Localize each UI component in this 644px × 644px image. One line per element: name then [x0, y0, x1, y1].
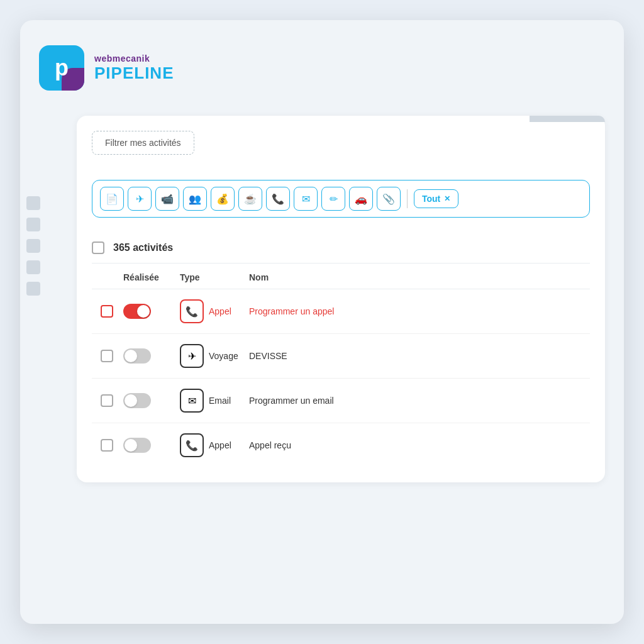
icon-btn-paperclip[interactable]: 📎 — [377, 187, 401, 211]
col-realised: Réalisée — [123, 272, 180, 282]
sidebar-dots — [26, 196, 40, 296]
activities-count: 365 activités — [113, 242, 173, 253]
sidebar-dot-2 — [26, 218, 40, 231]
row-checkbox-1[interactable] — [101, 305, 113, 318]
type-label-2: Voyage — [209, 351, 238, 361]
icon-btn-coffee[interactable]: ☕ — [238, 187, 262, 211]
header: p webmecanik PIPELINE — [39, 39, 605, 97]
brand-pipeline: PIPELINE — [94, 64, 174, 83]
type-label-3: Email — [209, 396, 231, 406]
type-cell-3: ✉ Email — [180, 389, 249, 413]
sidebar-dot-3 — [26, 239, 40, 253]
toggle-knob-1 — [137, 305, 150, 318]
sidebar-dot-1 — [26, 196, 40, 210]
icon-btn-document[interactable]: 📄 — [100, 187, 124, 211]
toggle-4[interactable] — [123, 438, 151, 453]
icon-btn-edit[interactable]: ✏ — [321, 187, 345, 211]
nom-cell-3: Programmer un email — [249, 396, 590, 406]
row-checkbox-3[interactable] — [101, 394, 113, 407]
toggle-1[interactable] — [123, 304, 151, 319]
type-label-4: Appel — [209, 440, 231, 450]
type-icon-4: 📞 — [180, 433, 204, 457]
toggle-3[interactable] — [123, 393, 151, 408]
table-row: 📞 Appel Appel reçu — [92, 423, 590, 467]
type-label-1: Appel — [209, 306, 231, 316]
scrollbar[interactable] — [530, 116, 605, 122]
filter-button[interactable]: Filtrer mes activités — [92, 131, 194, 155]
table-row: ✉ Email Programmer un email — [92, 379, 590, 423]
type-cell-4: 📞 Appel — [180, 433, 249, 457]
icon-filter-bar: 📄 ✈ 📹 👥 💰 ☕ 📞 ✉ ✏ 🚗 📎 Tout ✕ — [92, 180, 590, 218]
brand-name: webmecanik — [94, 53, 174, 64]
type-icon-3: ✉ — [180, 389, 204, 413]
type-icon-1: 📞 — [180, 299, 204, 323]
filter-divider — [407, 189, 408, 208]
type-cell-2: ✈ Voyage — [180, 344, 249, 368]
icon-btn-group[interactable]: 👥 — [183, 187, 207, 211]
sidebar-dot-5 — [26, 282, 40, 296]
icon-btn-email[interactable]: ✉ — [294, 187, 318, 211]
toggle-2[interactable] — [123, 348, 151, 364]
nom-cell-1: Programmer un appel — [249, 306, 590, 316]
nom-cell-4: Appel reçu — [249, 440, 590, 450]
icon-btn-money[interactable]: 💰 — [211, 187, 235, 211]
tout-label: Tout — [422, 194, 440, 204]
toggle-knob-4 — [125, 439, 137, 452]
row-checkbox-2[interactable] — [101, 350, 113, 362]
logo-letter: p — [55, 55, 69, 81]
type-cell-1: 📞 Appel — [180, 299, 249, 323]
select-all-checkbox[interactable] — [92, 242, 104, 254]
logo-box: p — [39, 45, 84, 91]
nom-cell-2: DEVISSE — [249, 351, 590, 361]
sidebar-dot-4 — [26, 260, 40, 274]
app-container: p webmecanik PIPELINE Filtrer mes activi… — [20, 20, 624, 624]
tout-badge[interactable]: Tout ✕ — [414, 189, 458, 208]
icon-btn-car[interactable]: 🚗 — [349, 187, 373, 211]
icon-btn-plane[interactable]: ✈ — [128, 187, 152, 211]
main-panel: Filtrer mes activités 📄 ✈ 📹 👥 💰 ☕ 📞 ✉ ✏ … — [77, 116, 605, 482]
toggle-knob-3 — [125, 394, 137, 407]
row-checkbox-4[interactable] — [101, 439, 113, 452]
brand-text: webmecanik PIPELINE — [94, 53, 174, 83]
table-row: 📞 Appel Programmer un appel — [92, 289, 590, 334]
col-type: Type — [180, 272, 249, 282]
icon-btn-video[interactable]: 📹 — [155, 187, 179, 211]
tout-close-icon[interactable]: ✕ — [444, 194, 450, 203]
toggle-knob-2 — [125, 350, 137, 362]
type-icon-2: ✈ — [180, 344, 204, 368]
activities-header: 365 activités — [92, 233, 590, 264]
col-name: Nom — [249, 272, 590, 282]
table-row: ✈ Voyage DEVISSE — [92, 334, 590, 379]
table-header: Réalisée Type Nom — [92, 266, 590, 289]
icon-btn-phone[interactable]: 📞 — [266, 187, 290, 211]
